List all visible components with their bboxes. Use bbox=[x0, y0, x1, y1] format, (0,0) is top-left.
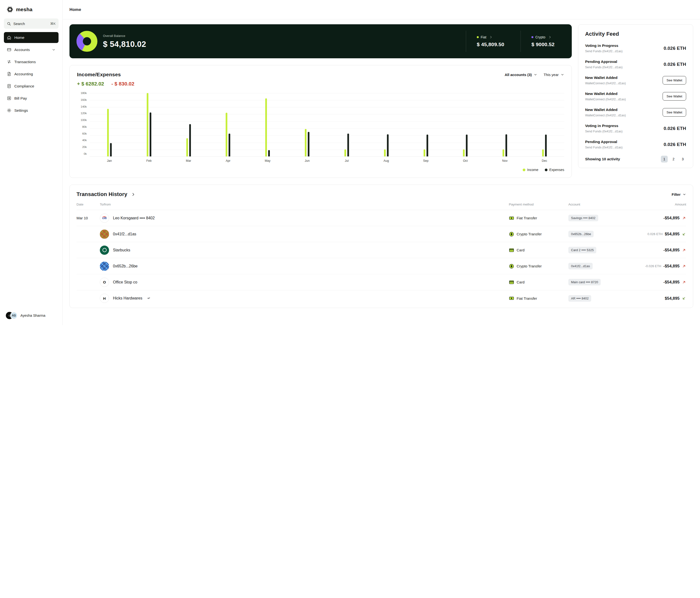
activity-item-subtitle: Send Funds (0x41f2...d1as) bbox=[585, 50, 623, 53]
see-wallet-button[interactable]: See Wallet bbox=[662, 76, 686, 84]
payment-method-label: Crypto Transfer bbox=[517, 264, 542, 268]
chart-month-group bbox=[485, 93, 525, 156]
activity-item-title: Voting in Progress bbox=[585, 44, 623, 48]
activity-item-title: Pending Approval bbox=[585, 59, 623, 64]
see-wallet-button[interactable]: See Wallet bbox=[662, 108, 686, 117]
y-tick-label: 180k bbox=[77, 92, 87, 95]
card-transfer-icon bbox=[509, 248, 514, 253]
activity-item-text: Voting in ProgressSend Funds (0x41f2...d… bbox=[585, 44, 623, 53]
income-bar bbox=[502, 149, 504, 156]
y-tick-label: 160k bbox=[77, 98, 87, 101]
arrow-incoming-icon bbox=[682, 232, 686, 236]
activity-item-title: New Wallet Added bbox=[585, 76, 626, 80]
transaction-account: 0x652b...26be bbox=[568, 231, 630, 237]
card-transfer-icon bbox=[509, 279, 514, 285]
main-area: Home Overall Balance bbox=[62, 0, 700, 325]
avatar: AS bbox=[6, 312, 18, 319]
sidebar-item-bill-pay[interactable]: Bill Pay bbox=[4, 93, 58, 104]
activity-item-text: New Wallet AddedWalletConnect (0x41f2...… bbox=[585, 92, 626, 101]
transaction-amount: -$54,895 bbox=[630, 216, 686, 220]
account-badge: Savings •••• 8402 bbox=[568, 215, 598, 221]
search-icon bbox=[7, 22, 11, 26]
accounts-filter-value: All accounts (3) bbox=[505, 73, 532, 77]
column-header-account: Account bbox=[568, 203, 630, 206]
y-tick-label: 140k bbox=[77, 105, 87, 108]
user-profile[interactable]: AS Ayesha Sharma bbox=[4, 312, 58, 319]
pagination-page-3[interactable]: 3 bbox=[679, 156, 686, 163]
accounts-filter-dropdown[interactable]: All accounts (3) bbox=[505, 73, 538, 77]
arrow-outgoing-icon bbox=[682, 216, 686, 220]
y-tick-label: 40k bbox=[77, 139, 87, 142]
income-bar bbox=[344, 149, 346, 156]
accounts-icon bbox=[7, 47, 11, 52]
crypto-balance: Crypto $ 9000.52 bbox=[526, 34, 565, 48]
transaction-account: AR •••• 8402 bbox=[568, 295, 630, 302]
expense-bar bbox=[505, 134, 507, 156]
sidebar-item-settings[interactable]: Settings bbox=[4, 105, 58, 116]
x-tick-label: Jul bbox=[327, 159, 367, 163]
period-filter-dropdown[interactable]: This year bbox=[544, 73, 564, 77]
activity-item: Voting in ProgressSend Funds (0x41f2...d… bbox=[585, 44, 686, 53]
y-tick-label: 60k bbox=[77, 132, 87, 135]
balance-donut-chart bbox=[76, 31, 98, 52]
sidebar-item-compliance[interactable]: Compliance bbox=[4, 81, 58, 92]
user-initials-avatar: AS bbox=[10, 312, 18, 319]
avatar-letter: H bbox=[103, 296, 106, 300]
search-input[interactable]: Search ⌘K bbox=[4, 19, 58, 29]
income-bar bbox=[107, 109, 109, 156]
crypto-transfer-icon bbox=[509, 231, 514, 237]
search-label: Search bbox=[14, 22, 25, 26]
column-header-date: Date bbox=[76, 203, 100, 206]
activity-item-subtitle: Send Funds (0x41f2...d1as) bbox=[585, 130, 623, 133]
transaction-main-amount: $54,895 bbox=[665, 232, 680, 236]
citi-avatar: citi bbox=[100, 214, 109, 223]
payment-method-label: Fiat Transfer bbox=[517, 296, 537, 300]
chart-month-group bbox=[327, 93, 367, 156]
y-tick-label: 100k bbox=[77, 119, 87, 121]
income-bar bbox=[226, 113, 227, 156]
income-bar bbox=[186, 138, 188, 156]
expense-bar bbox=[347, 133, 349, 156]
app-root: mesha Search ⌘K HomeAccountsTransactions… bbox=[0, 0, 700, 325]
crypto-dot bbox=[531, 36, 533, 38]
overall-balance-card: Overall Balance $ 54,810.02 Fiat bbox=[70, 24, 572, 58]
income-bar bbox=[265, 98, 267, 156]
x-tick-label: Apr bbox=[208, 159, 248, 163]
chart-month-group bbox=[525, 93, 564, 156]
column-header-amount: Amount bbox=[630, 203, 686, 206]
sidebar-item-home[interactable]: Home bbox=[4, 32, 58, 43]
activity-count: Showing 10 activity bbox=[585, 157, 620, 161]
chevron-right-icon bbox=[548, 35, 552, 39]
account-badge: 0x652b...26be bbox=[568, 231, 594, 237]
logo[interactable]: mesha bbox=[4, 4, 58, 14]
accounting-icon bbox=[7, 72, 11, 76]
transaction-name: Office Stop co bbox=[113, 280, 137, 284]
income-bar bbox=[305, 129, 306, 156]
overall-balance: Overall Balance $ 54,810.02 bbox=[103, 34, 460, 49]
account-badge: 0x41f2...d1as bbox=[568, 263, 593, 269]
expense-total: - $ 830.02 bbox=[111, 81, 134, 87]
transaction-history-title: Transaction History bbox=[76, 191, 127, 197]
account-badge: AR •••• 8402 bbox=[568, 295, 591, 302]
fiat-link[interactable]: Fiat bbox=[477, 35, 514, 39]
chevron-right-icon[interactable] bbox=[131, 192, 135, 197]
crypto-link[interactable]: Crypto bbox=[531, 35, 564, 39]
transaction-counterparty: 0x652b...26be bbox=[100, 261, 509, 271]
table-row: 0x652b...26beCrypto Transfer0x41f2...d1a… bbox=[76, 258, 686, 274]
x-tick-label: Mar bbox=[169, 159, 208, 163]
filter-dropdown[interactable]: Filter bbox=[672, 192, 686, 197]
expense-bar bbox=[426, 134, 428, 156]
sidebar-item-transactions[interactable]: Transactions bbox=[4, 56, 58, 67]
transaction-account: 0x41f2...d1as bbox=[568, 263, 630, 269]
sidebar-item-accounts[interactable]: Accounts bbox=[4, 44, 58, 55]
topbar: Home bbox=[62, 0, 700, 20]
pagination: 123 bbox=[661, 156, 686, 163]
pagination-page-2[interactable]: 2 bbox=[670, 156, 677, 163]
transaction-amount: 0.026 ETH$54,895 bbox=[630, 232, 686, 236]
sidebar-item-accounting[interactable]: Accounting bbox=[4, 69, 58, 79]
filter-label: Filter bbox=[672, 192, 680, 197]
see-wallet-button[interactable]: See Wallet bbox=[662, 92, 686, 101]
transactions-icon bbox=[7, 59, 11, 64]
pagination-page-1[interactable]: 1 bbox=[661, 156, 668, 163]
transaction-main-amount: -$54,895 bbox=[663, 216, 680, 220]
